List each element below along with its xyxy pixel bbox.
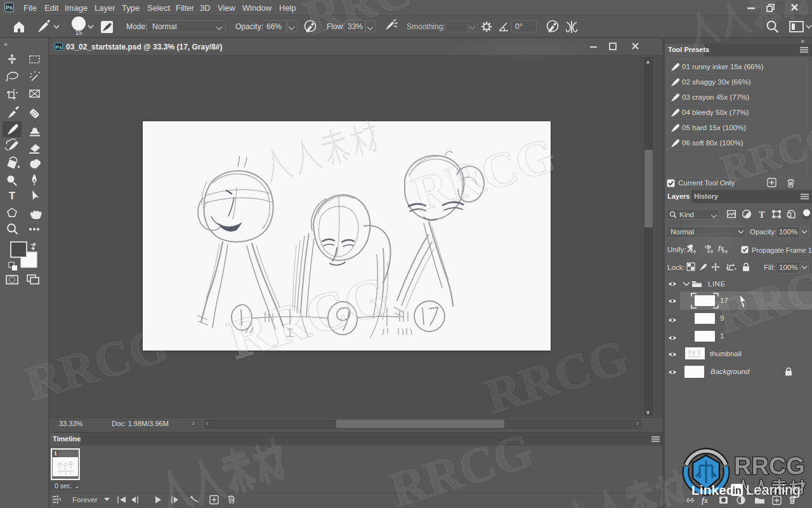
svg-text:RRCG: RRCG [734, 453, 805, 479]
svg-text:Linked: Linked [691, 483, 735, 497]
svg-text:T: T [9, 190, 16, 202]
svg-text:in: in [733, 485, 742, 496]
svg-text:Learning: Learning [746, 482, 801, 498]
svg-text:15: 15 [75, 29, 82, 36]
svg-text:Forever: Forever [72, 496, 98, 504]
